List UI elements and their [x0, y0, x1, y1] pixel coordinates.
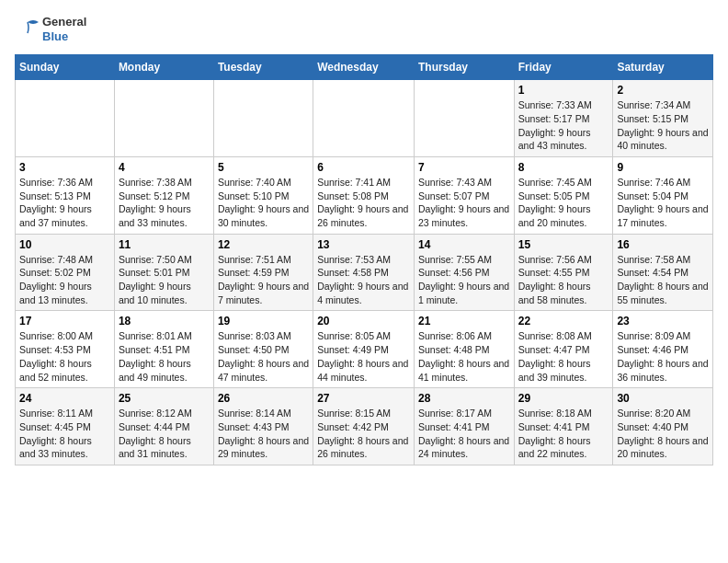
calendar-cell: 19Sunrise: 8:03 AM Sunset: 4:50 PM Dayli…	[213, 311, 313, 388]
calendar-cell: 28Sunrise: 8:17 AM Sunset: 4:41 PM Dayli…	[414, 388, 514, 465]
day-info: Sunrise: 7:53 AM Sunset: 4:58 PM Dayligh…	[317, 253, 410, 307]
calendar-cell: 12Sunrise: 7:51 AM Sunset: 4:59 PM Dayli…	[213, 234, 313, 311]
calendar-cell: 8Sunrise: 7:45 AM Sunset: 5:05 PM Daylig…	[514, 156, 613, 234]
day-number: 16	[617, 238, 709, 251]
logo-bird-icon	[15, 17, 40, 42]
calendar-cell: 9Sunrise: 7:46 AM Sunset: 5:04 PM Daylig…	[613, 156, 713, 234]
calendar-cell: 29Sunrise: 8:18 AM Sunset: 4:41 PM Dayli…	[514, 388, 613, 465]
calendar-cell: 13Sunrise: 7:53 AM Sunset: 4:58 PM Dayli…	[313, 234, 415, 311]
day-number: 20	[317, 315, 410, 327]
day-number: 25	[119, 392, 210, 405]
day-number: 2	[617, 84, 709, 97]
day-number: 17	[19, 315, 110, 327]
day-info: Sunrise: 8:14 AM Sunset: 4:43 PM Dayligh…	[218, 407, 309, 461]
calendar-cell: 3Sunrise: 7:36 AM Sunset: 5:13 PM Daylig…	[16, 156, 115, 234]
calendar-cell: 20Sunrise: 8:05 AM Sunset: 4:49 PM Dayli…	[313, 311, 415, 388]
day-number: 19	[218, 315, 309, 327]
day-number: 10	[19, 238, 110, 251]
calendar-cell: 15Sunrise: 7:56 AM Sunset: 4:55 PM Dayli…	[514, 234, 613, 311]
day-info: Sunrise: 7:48 AM Sunset: 5:02 PM Dayligh…	[19, 253, 110, 307]
calendar-cell: 2Sunrise: 7:34 AM Sunset: 5:15 PM Daylig…	[613, 80, 713, 157]
day-info: Sunrise: 7:46 AM Sunset: 5:04 PM Dayligh…	[617, 176, 709, 230]
day-info: Sunrise: 7:50 AM Sunset: 5:01 PM Dayligh…	[119, 253, 210, 307]
calendar-cell: 25Sunrise: 8:12 AM Sunset: 4:44 PM Dayli…	[114, 388, 213, 465]
day-info: Sunrise: 8:20 AM Sunset: 4:40 PM Dayligh…	[617, 407, 709, 461]
weekday-header: Saturday	[613, 55, 713, 80]
day-number: 28	[418, 392, 510, 405]
day-info: Sunrise: 8:18 AM Sunset: 4:41 PM Dayligh…	[518, 407, 609, 461]
calendar-cell: 17Sunrise: 8:00 AM Sunset: 4:53 PM Dayli…	[16, 311, 115, 388]
day-number: 30	[617, 392, 709, 405]
day-info: Sunrise: 7:34 AM Sunset: 5:15 PM Dayligh…	[617, 98, 709, 153]
day-number: 26	[218, 392, 309, 405]
day-number: 27	[317, 392, 410, 405]
calendar-cell: 10Sunrise: 7:48 AM Sunset: 5:02 PM Dayli…	[16, 234, 115, 311]
day-info: Sunrise: 8:08 AM Sunset: 4:47 PM Dayligh…	[518, 329, 609, 384]
day-number: 15	[518, 238, 609, 251]
day-info: Sunrise: 8:11 AM Sunset: 4:45 PM Dayligh…	[19, 407, 110, 461]
day-number: 6	[317, 161, 410, 174]
calendar-week-row: 3Sunrise: 7:36 AM Sunset: 5:13 PM Daylig…	[16, 156, 713, 234]
weekday-header: Monday	[114, 55, 213, 80]
calendar-cell: 22Sunrise: 8:08 AM Sunset: 4:47 PM Dayli…	[514, 311, 613, 388]
day-info: Sunrise: 7:51 AM Sunset: 4:59 PM Dayligh…	[218, 253, 309, 307]
day-info: Sunrise: 8:03 AM Sunset: 4:50 PM Dayligh…	[218, 329, 309, 384]
calendar-cell: 23Sunrise: 8:09 AM Sunset: 4:46 PM Dayli…	[613, 311, 713, 388]
weekday-header: Friday	[514, 55, 613, 80]
calendar-cell: 18Sunrise: 8:01 AM Sunset: 4:51 PM Dayli…	[114, 311, 213, 388]
calendar-cell: 6Sunrise: 7:41 AM Sunset: 5:08 PM Daylig…	[313, 156, 415, 234]
day-number: 5	[218, 161, 309, 174]
logo-blue: Blue	[42, 29, 86, 44]
day-info: Sunrise: 8:15 AM Sunset: 4:42 PM Dayligh…	[317, 407, 410, 461]
day-info: Sunrise: 7:55 AM Sunset: 4:56 PM Dayligh…	[418, 253, 510, 307]
day-info: Sunrise: 8:17 AM Sunset: 4:41 PM Dayligh…	[418, 407, 510, 461]
calendar-week-row: 1Sunrise: 7:33 AM Sunset: 5:17 PM Daylig…	[16, 80, 713, 157]
day-number: 21	[418, 315, 510, 327]
day-info: Sunrise: 8:01 AM Sunset: 4:51 PM Dayligh…	[119, 329, 210, 384]
weekday-header: Sunday	[16, 55, 115, 80]
day-number: 1	[518, 84, 609, 97]
calendar-cell	[16, 80, 115, 157]
day-info: Sunrise: 8:05 AM Sunset: 4:49 PM Dayligh…	[317, 329, 410, 384]
calendar-week-row: 10Sunrise: 7:48 AM Sunset: 5:02 PM Dayli…	[16, 234, 713, 311]
logo-general: General	[42, 15, 86, 29]
day-info: Sunrise: 8:00 AM Sunset: 4:53 PM Dayligh…	[19, 329, 110, 384]
day-number: 14	[418, 238, 510, 251]
day-number: 3	[19, 161, 110, 174]
calendar-cell	[313, 80, 415, 157]
day-number: 4	[119, 161, 210, 174]
calendar-cell: 4Sunrise: 7:38 AM Sunset: 5:12 PM Daylig…	[114, 156, 213, 234]
calendar-cell	[414, 80, 514, 157]
day-number: 13	[317, 238, 410, 251]
weekday-header-row: SundayMondayTuesdayWednesdayThursdayFrid…	[16, 55, 713, 80]
day-info: Sunrise: 7:41 AM Sunset: 5:08 PM Dayligh…	[317, 176, 410, 230]
calendar-week-row: 24Sunrise: 8:11 AM Sunset: 4:45 PM Dayli…	[16, 388, 713, 465]
calendar-cell: 16Sunrise: 7:58 AM Sunset: 4:54 PM Dayli…	[613, 234, 713, 311]
calendar-cell: 24Sunrise: 8:11 AM Sunset: 4:45 PM Dayli…	[16, 388, 115, 465]
day-info: Sunrise: 8:06 AM Sunset: 4:48 PM Dayligh…	[418, 329, 510, 384]
weekday-header: Thursday	[414, 55, 514, 80]
calendar-cell: 14Sunrise: 7:55 AM Sunset: 4:56 PM Dayli…	[414, 234, 514, 311]
calendar-week-row: 17Sunrise: 8:00 AM Sunset: 4:53 PM Dayli…	[16, 311, 713, 388]
day-number: 7	[418, 161, 510, 174]
day-info: Sunrise: 8:12 AM Sunset: 4:44 PM Dayligh…	[119, 407, 210, 461]
weekday-header: Wednesday	[313, 55, 415, 80]
day-number: 29	[518, 392, 609, 405]
day-number: 18	[119, 315, 210, 327]
day-info: Sunrise: 7:36 AM Sunset: 5:13 PM Dayligh…	[19, 176, 110, 230]
day-info: Sunrise: 7:43 AM Sunset: 5:07 PM Dayligh…	[418, 176, 510, 230]
day-number: 24	[19, 392, 110, 405]
day-number: 12	[218, 238, 309, 251]
calendar-cell: 26Sunrise: 8:14 AM Sunset: 4:43 PM Dayli…	[213, 388, 313, 465]
day-info: Sunrise: 7:45 AM Sunset: 5:05 PM Dayligh…	[518, 176, 609, 230]
calendar-cell	[114, 80, 213, 157]
calendar-cell: 5Sunrise: 7:40 AM Sunset: 5:10 PM Daylig…	[213, 156, 313, 234]
calendar-table: SundayMondayTuesdayWednesdayThursdayFrid…	[15, 54, 713, 465]
day-number: 9	[617, 161, 709, 174]
day-info: Sunrise: 7:40 AM Sunset: 5:10 PM Dayligh…	[218, 176, 309, 230]
calendar-cell: 21Sunrise: 8:06 AM Sunset: 4:48 PM Dayli…	[414, 311, 514, 388]
calendar-cell: 27Sunrise: 8:15 AM Sunset: 4:42 PM Dayli…	[313, 388, 415, 465]
calendar-cell: 11Sunrise: 7:50 AM Sunset: 5:01 PM Dayli…	[114, 234, 213, 311]
day-info: Sunrise: 7:38 AM Sunset: 5:12 PM Dayligh…	[119, 176, 210, 230]
weekday-header: Tuesday	[213, 55, 313, 80]
